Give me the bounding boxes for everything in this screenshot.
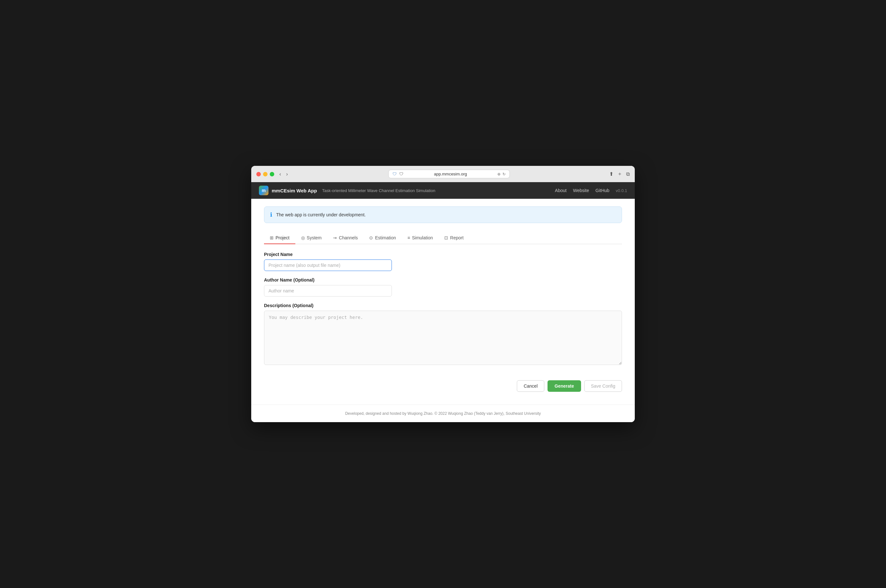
page-footer: Developed, designed and hosted by Wuqion… [251,405,635,422]
tab-channels[interactable]: ⇝ Channels [327,232,363,244]
project-form: Project Name Author Name (Optional) Desc… [264,252,622,392]
generate-button[interactable]: Generate [548,380,581,392]
tab-report[interactable]: ⊡ Report [438,232,469,244]
descriptions-group: Descriptions (Optional) [264,303,622,366]
project-name-group: Project Name [264,252,622,271]
system-tab-icon: ◎ [301,235,305,240]
website-link[interactable]: Website [573,188,589,193]
form-actions: Cancel Generate Save Config [264,375,622,392]
app-subtitle: Task-oriented Millimeter Wave Channel Es… [322,188,435,193]
tab-estimation[interactable]: ⊙ Estimation [363,232,401,244]
estimation-tab-icon: ⊙ [369,235,373,240]
address-bar[interactable]: 🛡 🛡 app.mmcesim.org ⊕ ↻ [388,170,510,178]
version-label: v0.0.1 [616,188,627,193]
author-name-input[interactable] [264,285,392,297]
save-config-button[interactable]: Save Config [584,380,622,392]
about-link[interactable]: About [555,188,567,193]
windows-icon[interactable]: ⧉ [626,171,630,177]
info-icon: ℹ [270,211,272,218]
github-link[interactable]: GitHub [595,188,610,193]
project-name-input[interactable] [264,260,392,271]
project-tab-label: Project [276,235,290,240]
cancel-button[interactable]: Cancel [517,380,544,392]
tab-project[interactable]: ⊞ Project [264,232,295,244]
simulation-tab-label: Simulation [412,235,433,240]
alert-message: The web app is currently under developme… [276,212,366,217]
descriptions-textarea[interactable] [264,310,622,365]
traffic-lights [256,172,274,176]
title-bar: ‹ › 🛡 🛡 app.mmcesim.org ⊕ ↻ ⬆ ＋ ⧉ [251,166,635,182]
back-button[interactable]: ‹ [278,171,282,178]
shield-icon: 🛡 [392,172,396,176]
app-logo-icon: m [259,186,269,195]
translate-icon: ⊕ [497,172,500,176]
navbar-links: About Website GitHub v0.0.1 [555,188,627,193]
channels-tab-icon: ⇝ [333,235,337,240]
app-title: mmCEsim Web App [272,188,317,194]
forward-button[interactable]: › [285,171,289,178]
alert-banner: ℹ The web app is currently under develop… [264,207,622,223]
window-controls: ‹ › [278,171,289,178]
new-tab-icon[interactable]: ＋ [617,171,622,177]
report-tab-icon: ⊡ [444,235,448,240]
author-name-group: Author Name (Optional) [264,278,622,297]
privacy-icon: 🛡 [399,172,403,176]
main-content: ℹ The web app is currently under develop… [251,199,635,405]
app-navbar: m mmCEsim Web App Task-oriented Millimet… [251,182,635,199]
simulation-tab-icon: ≡ [407,235,410,240]
project-tab-icon: ⊞ [270,235,273,240]
system-tab-label: System [307,235,322,240]
project-name-label: Project Name [264,252,622,257]
url-text: app.mmcesim.org [406,172,495,176]
footer-text: Developed, designed and hosted by Wuqion… [345,411,541,416]
share-icon[interactable]: ⬆ [609,171,613,177]
close-button[interactable] [256,172,261,176]
tab-simulation[interactable]: ≡ Simulation [402,232,439,244]
address-bar-icons: ⊕ ↻ [497,172,506,176]
minimize-button[interactable] [263,172,267,176]
address-bar-container: 🛡 🛡 app.mmcesim.org ⊕ ↻ [293,170,605,178]
browser-window: ‹ › 🛡 🛡 app.mmcesim.org ⊕ ↻ ⬆ ＋ ⧉ m [251,166,635,422]
descriptions-label: Descriptions (Optional) [264,303,622,308]
maximize-button[interactable] [270,172,274,176]
author-name-label: Author Name (Optional) [264,278,622,282]
estimation-tab-label: Estimation [375,235,396,240]
tab-navigation: ⊞ Project ◎ System ⇝ Channels ⊙ Estimati… [264,232,622,244]
report-tab-label: Report [450,235,464,240]
channels-tab-label: Channels [339,235,357,240]
refresh-icon[interactable]: ↻ [502,172,506,176]
tab-system[interactable]: ◎ System [295,232,327,244]
app-logo: m mmCEsim Web App [259,186,317,195]
toolbar-right: ⬆ ＋ ⧉ [609,171,630,177]
